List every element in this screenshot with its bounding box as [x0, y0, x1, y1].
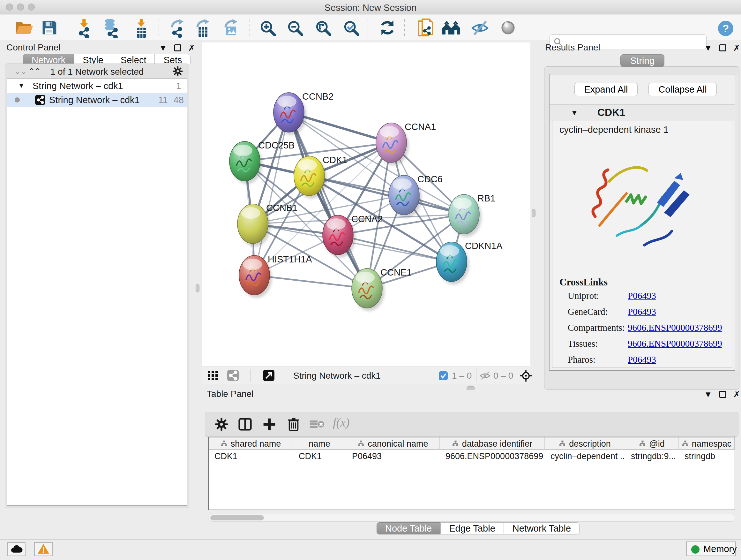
table-horizontal-scrollbar[interactable]: [208, 514, 735, 522]
fit-content-crosshair-icon[interactable]: [520, 369, 532, 382]
left-splitter-handle[interactable]: [196, 284, 199, 293]
tab-edge-table[interactable]: Edge Table: [441, 522, 504, 535]
show-all-button[interactable]: [496, 18, 520, 37]
network-node-RB1[interactable]: [449, 194, 482, 237]
title-bar: Session: New Session: [0, 0, 741, 14]
function-builder-button[interactable]: f(x): [333, 415, 350, 429]
network-row[interactable]: String Network – cdk1 11 48: [7, 93, 187, 107]
column-header-databaseidentifier[interactable]: database identifier: [440, 437, 545, 450]
column-header-sharedname[interactable]: shared name: [209, 437, 293, 450]
import-table-button[interactable]: [130, 18, 153, 37]
network-view-title: String Network – cdk1: [293, 371, 381, 381]
table-cell[interactable]: CDK1: [293, 451, 346, 464]
collection-expand-icon[interactable]: ▼: [18, 81, 25, 90]
gene-section-header[interactable]: ▼ CDK1: [549, 104, 735, 120]
delete-table-button[interactable]: [308, 416, 327, 433]
results-tab-string[interactable]: String: [620, 54, 664, 67]
birds-eye-grid-icon[interactable]: [207, 369, 219, 382]
network-canvas[interactable]: CCNB2CCNA1CDC25BCDK1CDC6RB1CCNB1CCNA2CDK…: [202, 43, 530, 367]
create-column-button[interactable]: [260, 416, 279, 433]
expand-all-button[interactable]: Expand All: [575, 83, 637, 96]
panel-collapse-icon[interactable]: ▼: [704, 44, 712, 52]
panel-close-icon[interactable]: ✗: [733, 44, 740, 52]
tab-node-table[interactable]: Node Table: [377, 522, 441, 535]
save-session-button[interactable]: [38, 18, 61, 37]
crosslink-value-link[interactable]: 9606.ENSP00000378699: [628, 338, 722, 349]
refresh-button[interactable]: [376, 18, 399, 37]
network-node-CDK1[interactable]: [294, 156, 327, 199]
results-scrollbar[interactable]: [735, 74, 738, 370]
export-network-button[interactable]: [166, 18, 189, 37]
zoom-selected-button[interactable]: [340, 18, 362, 37]
crosslink-value-link[interactable]: P06493: [628, 307, 656, 317]
help-button[interactable]: ?: [717, 19, 735, 38]
network-share-icon[interactable]: [226, 369, 239, 382]
network-options-gear-icon[interactable]: [172, 66, 183, 77]
collapse-all-button[interactable]: Collapse All: [649, 83, 717, 96]
warning-button[interactable]: [34, 542, 53, 556]
network-node-HIST1H1A[interactable]: [239, 255, 272, 298]
selected-checkbox-icon[interactable]: [439, 371, 448, 381]
delete-column-button[interactable]: [284, 416, 303, 433]
column-header-name[interactable]: name: [293, 437, 346, 450]
crosslink-value-link[interactable]: P06493: [628, 291, 656, 301]
crosslink-value-link[interactable]: P06493: [628, 354, 656, 365]
network-node-CDC6[interactable]: [389, 175, 421, 218]
panel-collapse-icon[interactable]: ▼: [159, 44, 167, 52]
table-cell[interactable]: stringdb: [679, 451, 735, 464]
crosslink-value-link[interactable]: 9606.ENSP00000378699: [628, 322, 722, 333]
collection-label: String Network – cdk1: [32, 81, 123, 91]
zoom-in-button[interactable]: [256, 18, 279, 37]
tab-network-table[interactable]: Network Table: [504, 522, 580, 535]
node-table[interactable]: shared namenamecanonical namedatabase id…: [208, 437, 735, 510]
network-collection-row[interactable]: ▼ String Network – cdk1 1: [7, 79, 187, 93]
string-import-button[interactable]: [414, 18, 436, 37]
zoom-out-button[interactable]: [283, 18, 307, 37]
cloud-button[interactable]: [7, 542, 25, 556]
network-node-CCNB1[interactable]: [238, 204, 270, 246]
table-settings-button[interactable]: [212, 416, 231, 433]
string-results-box: Expand All Collapse All ▼ CDK1 cyclin–de…: [544, 66, 739, 389]
export-table-button[interactable]: [192, 18, 214, 37]
panel-float-icon[interactable]: [719, 44, 726, 51]
trash-icon: [287, 417, 300, 432]
network-node-CCNA2[interactable]: [323, 215, 355, 258]
network-node-CCNE1[interactable]: [352, 268, 385, 311]
column-header-label: namespac: [692, 439, 732, 449]
crosslink-label: Pharos:: [568, 354, 596, 365]
table-cell[interactable]: cyclin–dependent ...: [545, 451, 625, 464]
table-cell[interactable]: 9606.ENSP00000378699: [440, 451, 545, 464]
table-cell[interactable]: CDK1: [209, 451, 293, 464]
import-network-file-button[interactable]: [73, 18, 96, 37]
column-header-namespac[interactable]: namespac: [679, 437, 735, 450]
panel-close-icon[interactable]: ✗: [733, 390, 740, 398]
network-edge[interactable]: [254, 112, 289, 275]
column-header-description[interactable]: description: [545, 437, 625, 450]
memory-button[interactable]: Memory: [686, 542, 736, 556]
first-neighbors-button[interactable]: [440, 18, 463, 37]
plus-icon: [262, 417, 276, 431]
open-in-new-window-icon[interactable]: [262, 369, 275, 382]
table-cell[interactable]: stringdb:9...: [625, 451, 679, 464]
panel-float-icon[interactable]: [174, 44, 181, 51]
network-graph[interactable]: CCNB2CCNA1CDC25BCDK1CDC6RB1CCNB1CCNA2CDK…: [202, 43, 530, 367]
right-splitter-handle[interactable]: [532, 209, 536, 217]
open-session-button[interactable]: [13, 18, 36, 37]
export-image-button[interactable]: [219, 18, 243, 37]
network-node-CCNB2[interactable]: [273, 92, 307, 135]
show-columns-button[interactable]: [236, 416, 254, 433]
panel-float-icon[interactable]: [719, 391, 726, 398]
zoom-fit-button[interactable]: [312, 18, 334, 37]
network-node-CDKN1A[interactable]: [436, 242, 469, 285]
import-network-database-button[interactable]: [99, 18, 122, 37]
column-header-canonicalname[interactable]: canonical name: [346, 437, 440, 450]
status-bar: Memory: [0, 539, 741, 560]
table-cell[interactable]: P06493: [346, 451, 440, 464]
column-header-id[interactable]: @id: [625, 437, 679, 450]
hide-selected-button[interactable]: [468, 18, 491, 37]
panel-close-icon[interactable]: ✗: [188, 44, 195, 52]
export-image-icon: [223, 18, 239, 38]
section-collapse-icon[interactable]: ▼: [570, 108, 578, 117]
panel-collapse-icon[interactable]: ▼: [704, 390, 712, 398]
node-label-CDKN1A: CDKN1A: [465, 241, 502, 251]
